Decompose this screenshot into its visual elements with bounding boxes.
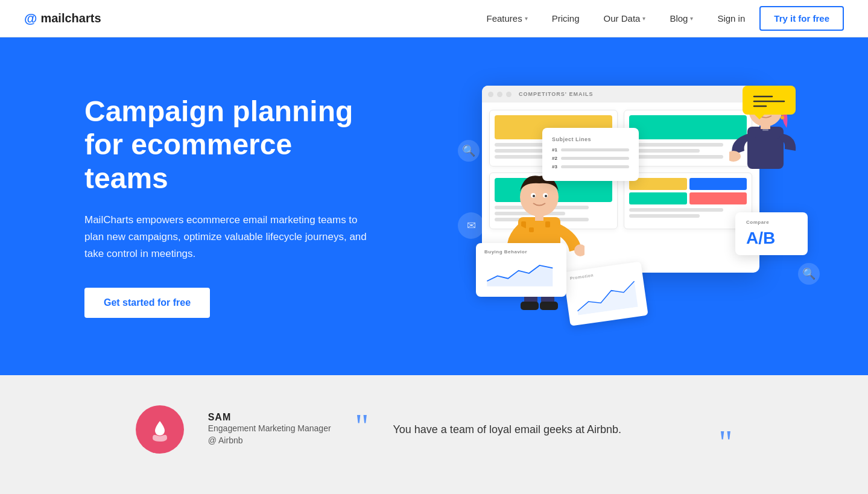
airbnb-icon: [147, 416, 173, 443]
browser-dot-1: [488, 92, 493, 97]
testimonial-name: SAM: [208, 412, 331, 423]
logo[interactable]: @ mailcharts: [24, 11, 101, 27]
testimonial-info: SAM Engagement Marketing Manager @ Airbn…: [208, 412, 331, 446]
get-started-button[interactable]: Get started for free: [84, 288, 210, 318]
subject-lines-card: Subject Lines #1 #2 #3: [542, 128, 639, 181]
nav-links: Features ▾ Pricing Our Data ▾ Blog ▾ Sig…: [477, 6, 844, 31]
testimonial-section: SAM Engagement Marketing Manager @ Airbn…: [0, 375, 868, 484]
hero-title: Campaign planning for ecommerce teams: [84, 95, 374, 195]
search-float-icon: 🔍: [458, 140, 480, 162]
svg-rect-11: [540, 302, 558, 310]
email-card-2-line-3: [629, 155, 723, 159]
ab-compare-label: Compare: [746, 220, 797, 225]
subject-bar-1: [561, 148, 629, 151]
carousel-section: [0, 484, 868, 494]
testimonial-text: You have a team of loyal email geeks at …: [393, 422, 694, 438]
close-quote-icon: ": [718, 426, 732, 460]
email-card-2-line-2: [629, 149, 700, 153]
subject-num-1: #1: [552, 147, 557, 153]
nav-features[interactable]: Features ▾: [477, 8, 537, 28]
svg-rect-5: [535, 212, 543, 221]
behavior-chart: [484, 258, 558, 288]
testimonial-avatar: [136, 405, 184, 454]
subject-bar-2: [561, 157, 629, 160]
svg-point-15: [545, 195, 547, 197]
search-float-icon-2: 🔍: [798, 263, 820, 285]
hero-description: MailCharts empowers ecommerce email mark…: [84, 212, 374, 262]
svg-rect-20: [762, 129, 768, 131]
subject-num-2: #2: [552, 156, 557, 161]
behavior-card: Buying Behavior: [476, 243, 566, 297]
logo-text: mailcharts: [40, 11, 101, 25]
testimonial-text-wrapper: You have a team of loyal email geeks at …: [393, 422, 694, 438]
nav-our-data[interactable]: Our Data ▾: [594, 8, 656, 28]
subject-item-2: #2: [552, 156, 629, 161]
browser-dot-2: [497, 92, 502, 97]
mail-float-icon: ✉: [458, 212, 484, 239]
svg-rect-19: [747, 127, 784, 169]
svg-rect-3: [529, 227, 534, 232]
our-data-chevron-icon: ▾: [642, 15, 645, 22]
promo-chart: [571, 274, 641, 316]
nav-blog[interactable]: Blog ▾: [660, 8, 703, 28]
hero-illustration: Competitors' Emails: [458, 80, 820, 333]
blog-chevron-icon: ▾: [690, 15, 693, 22]
speech-bubble: [743, 86, 796, 115]
browser-title: Competitors' Emails: [519, 91, 593, 97]
svg-rect-10: [521, 302, 539, 310]
features-chevron-icon: ▾: [525, 15, 528, 22]
email-card-4-line-1: [629, 208, 723, 212]
subject-item-3: #3: [552, 164, 629, 169]
email-card-4-line-2: [629, 214, 700, 218]
subject-item-1: #1: [552, 147, 629, 153]
ab-text: A/B: [746, 229, 797, 248]
hero-content: Campaign planning for ecommerce teams Ma…: [84, 95, 374, 318]
subject-bar-3: [561, 165, 629, 168]
navbar: @ mailcharts Features ▾ Pricing Our Data…: [0, 0, 868, 37]
nav-pricing[interactable]: Pricing: [542, 8, 589, 28]
ab-compare-card: Compare A/B: [735, 212, 808, 255]
svg-point-18: [781, 116, 784, 119]
email-card-4-box-3: [629, 192, 687, 204]
logo-at-symbol: @: [24, 11, 37, 27]
browser-dot-3: [506, 92, 512, 97]
subject-lines-title: Subject Lines: [552, 136, 629, 142]
promo-paper: Promotion: [563, 261, 648, 326]
svg-rect-21: [761, 122, 770, 129]
svg-point-14: [533, 195, 535, 197]
testimonial-role: Engagement Marketing Manager @ Airbnb: [208, 423, 331, 446]
email-card-4-box-1: [629, 178, 687, 190]
signin-link[interactable]: Sign in: [708, 8, 755, 28]
subject-num-3: #3: [552, 164, 557, 169]
email-card-2-line-1: [629, 143, 723, 147]
behavior-label: Buying Behavior: [484, 249, 558, 255]
svg-rect-4: [545, 221, 550, 227]
browser-bar: Competitors' Emails: [482, 86, 759, 103]
carousel-dots: [0, 484, 868, 494]
speech-bubble-svg: [751, 90, 787, 109]
hero-section: Campaign planning for ecommerce teams Ma…: [0, 37, 868, 375]
open-quote-icon: ": [355, 410, 369, 443]
try-free-button[interactable]: Try it for free: [759, 6, 844, 31]
